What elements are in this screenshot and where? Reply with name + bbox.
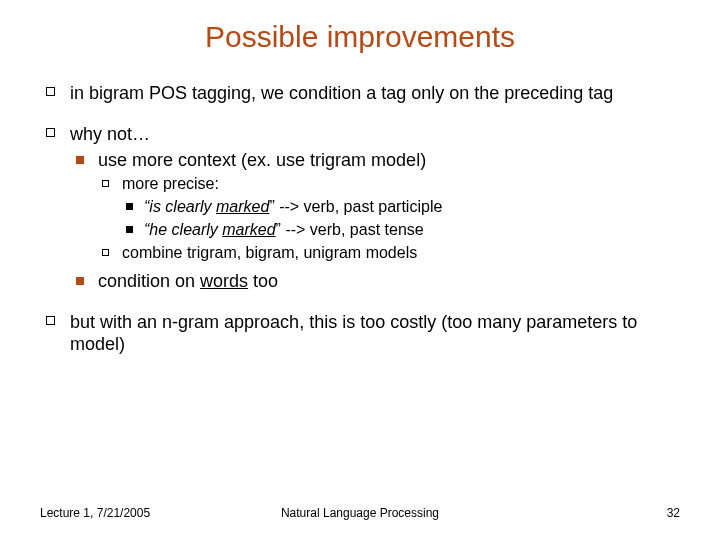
bullet-item: combine trigram, bigram, unigram models: [98, 243, 680, 264]
example-text: clearly: [161, 198, 216, 215]
bullet-text: too: [248, 271, 278, 291]
bullet-text: why not…: [70, 124, 150, 144]
bullet-text: use more context (ex. use trigram model): [98, 150, 426, 170]
bullet-text: but with an n-gram approach, this is too…: [70, 312, 637, 355]
bullet-item: “is clearly marked” --> verb, past parti…: [122, 197, 680, 218]
example-text: clearly: [167, 221, 222, 238]
example-underlined: marked: [222, 221, 275, 238]
bullet-item: “he clearly marked” --> verb, past tense: [122, 220, 680, 241]
footer-center: Natural Language Processing: [40, 506, 680, 520]
bullet-text: more precise:: [122, 175, 219, 192]
bullet-text: combine trigram, bigram, unigram models: [122, 244, 417, 261]
bullet-item: why not… use more context (ex. use trigr…: [40, 123, 680, 293]
example-tail: ” --> verb, past tense: [276, 221, 424, 238]
example-word: is: [149, 198, 161, 215]
bullet-text: condition on: [98, 271, 200, 291]
bullet-list: in bigram POS tagging, we condition a ta…: [40, 82, 680, 356]
bullet-item: condition on words too: [70, 270, 680, 293]
bullet-item: in bigram POS tagging, we condition a ta…: [40, 82, 680, 105]
bullet-item: more precise: “is clearly marked” --> ve…: [98, 174, 680, 240]
bullet-text: in bigram POS tagging, we condition a ta…: [70, 83, 613, 103]
bullet-item: use more context (ex. use trigram model)…: [70, 149, 680, 264]
example-underlined: marked: [216, 198, 269, 215]
example-word: he: [149, 221, 167, 238]
bullet-item: but with an n-gram approach, this is too…: [40, 311, 680, 356]
underlined-word: words: [200, 271, 248, 291]
example-tail: ” --> verb, past participle: [269, 198, 442, 215]
slide-footer: Lecture 1, 7/21/2005 Natural Language Pr…: [40, 506, 680, 520]
slide-title: Possible improvements: [40, 20, 680, 54]
slide: Possible improvements in bigram POS tagg…: [0, 0, 720, 540]
